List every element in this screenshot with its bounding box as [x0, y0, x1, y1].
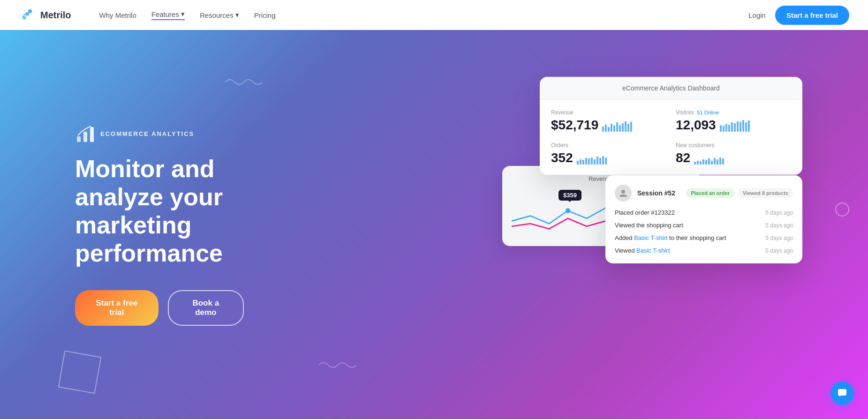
- metric-customers-value: 82: [676, 150, 791, 165]
- hero-badge: ECOMMERCE ANALYTICS: [75, 123, 244, 144]
- logo-icon: [19, 7, 36, 23]
- user-icon: [619, 188, 628, 198]
- chat-icon: [837, 388, 847, 398]
- session-tags: Placed an order Viewed 8 products: [686, 188, 793, 198]
- analytics-card-header: eCommerce Analytics Dashboard: [540, 77, 802, 100]
- online-count: 51 Online: [697, 110, 719, 115]
- tag-placed-order: Placed an order: [686, 188, 734, 198]
- nav-resources[interactable]: Resources ▾: [200, 11, 239, 19]
- logo-text: Metrilo: [40, 10, 71, 21]
- metric-customers-label: New customers: [676, 142, 791, 149]
- metric-revenue: Revenue $52,719: [551, 109, 666, 133]
- hero-demo-button[interactable]: Book a demo: [168, 290, 244, 326]
- event-placed-order-time: 5 days ago: [765, 210, 793, 216]
- metric-revenue-label: Revenue: [551, 109, 666, 116]
- hero-section: ECOMMERCE ANALYTICS Monitor and analyze …: [0, 0, 868, 419]
- nav-trial-button[interactable]: Start a free trial: [775, 6, 849, 25]
- metric-revenue-value: $52,719: [551, 118, 666, 133]
- session-events: Placed order #123322 5 days ago Viewed t…: [615, 209, 793, 254]
- event-placed-order: Placed order #123322 5 days ago: [615, 209, 793, 216]
- hero-trial-button[interactable]: Start a free trial: [75, 290, 159, 326]
- product-link-2[interactable]: Basic T-shirt: [636, 247, 670, 254]
- svg-rect-5: [90, 127, 94, 142]
- chevron-down-icon: ▾: [235, 11, 239, 19]
- navbar: Metrilo Why Metrilo Features ▾ Resources…: [0, 0, 868, 30]
- hero-actions: Start a free trial Book a demo: [75, 290, 244, 326]
- tag-viewed-products: Viewed 8 products: [738, 188, 793, 198]
- hero-badge-text: ECOMMERCE ANALYTICS: [100, 130, 194, 137]
- price-tooltip: $359: [559, 190, 581, 201]
- event-viewed-product: Viewed Basic T-shirt 5 days ago: [615, 247, 793, 254]
- session-title: Session #52: [637, 189, 675, 197]
- nav-links: Why Metrilo Features ▾ Resources ▾ Prici…: [99, 10, 749, 20]
- dashboard-area: eCommerce Analytics Dashboard Revenue $5…: [502, 30, 868, 419]
- event-viewed-cart: Viewed the shopping cart 5 days ago: [615, 222, 793, 229]
- svg-point-7: [621, 190, 625, 194]
- revenue-mini-chart: [602, 119, 632, 132]
- metric-orders-value: 352: [551, 150, 666, 165]
- customers-mini-chart: [694, 151, 724, 165]
- visitors-mini-chart: [720, 119, 750, 132]
- login-button[interactable]: Login: [748, 11, 766, 19]
- wave-decoration-bottom: [319, 358, 356, 372]
- svg-point-6: [566, 208, 570, 213]
- nav-features[interactable]: Features ▾: [151, 10, 185, 20]
- hero-title: Monitor and analyze your marketing perfo…: [75, 155, 244, 267]
- event-viewed-time: 5 days ago: [765, 247, 793, 254]
- metric-new-customers: New customers 82: [676, 142, 791, 165]
- metric-visitors-label: Visitors 51 Online: [676, 109, 791, 116]
- session-header: Session #52 Placed an order Viewed 8 pro…: [615, 185, 793, 202]
- logo[interactable]: Metrilo: [19, 7, 71, 23]
- session-avatar: [615, 185, 632, 202]
- nav-pricing[interactable]: Pricing: [254, 11, 276, 19]
- svg-rect-3: [77, 136, 81, 142]
- analytics-icon: [75, 123, 96, 144]
- metric-visitors-value: 12,093: [676, 118, 791, 133]
- nav-why-metrilo[interactable]: Why Metrilo: [99, 11, 136, 19]
- event-viewed-cart-time: 5 days ago: [765, 222, 793, 229]
- event-added-time: 5 days ago: [765, 235, 793, 241]
- chat-button[interactable]: [830, 382, 854, 405]
- metric-orders-label: Orders: [551, 142, 666, 149]
- svg-rect-4: [83, 132, 87, 142]
- chevron-down-icon: ▾: [181, 10, 185, 18]
- hero-content: ECOMMERCE ANALYTICS Monitor and analyze …: [0, 86, 244, 363]
- analytics-dashboard-card: eCommerce Analytics Dashboard Revenue $5…: [540, 77, 802, 175]
- event-viewed-cart-text: Viewed the shopping cart: [615, 222, 683, 229]
- nav-actions: Login Start a free trial: [748, 6, 849, 25]
- svg-rect-8: [838, 389, 846, 396]
- event-placed-order-text: Placed order #123322: [615, 209, 675, 216]
- product-link-1[interactable]: Basic T-shirt: [634, 234, 667, 241]
- event-added-to-cart: Added Basic T-shirt to their shopping ca…: [615, 234, 793, 241]
- event-added-text: Added Basic T-shirt to their shopping ca…: [615, 234, 726, 241]
- event-viewed-text: Viewed Basic T-shirt: [615, 247, 670, 254]
- metric-visitors: Visitors 51 Online 12,093: [676, 109, 791, 133]
- analytics-metrics-grid: Revenue $52,719: [551, 109, 791, 165]
- analytics-card-body: Revenue $52,719: [540, 100, 802, 175]
- session-card: Session #52 Placed an order Viewed 8 pro…: [605, 175, 802, 263]
- metric-orders: Orders 352: [551, 142, 666, 165]
- orders-mini-chart: [577, 151, 607, 165]
